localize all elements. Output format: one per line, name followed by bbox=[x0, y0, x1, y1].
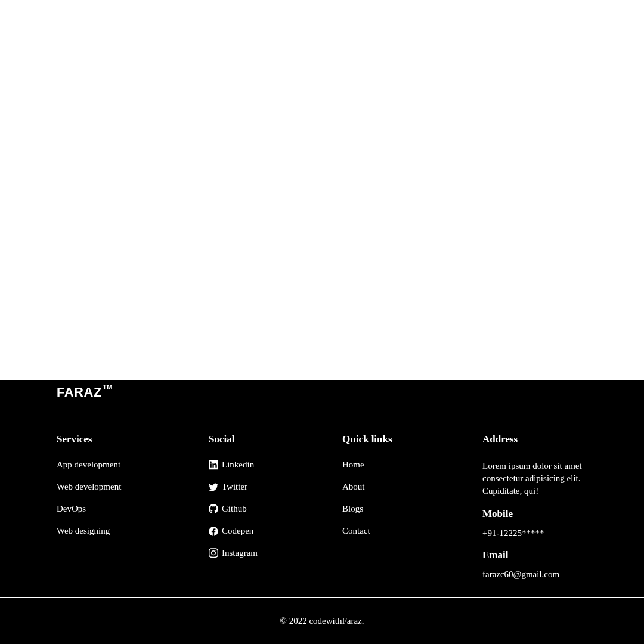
link-label: DevOps bbox=[57, 504, 86, 514]
link-label: Twitter bbox=[222, 482, 247, 492]
social-link-linkedin[interactable]: Linkedin bbox=[209, 460, 342, 470]
footer: FARAZ TM Services App development Web de… bbox=[0, 380, 644, 597]
link-label: Codepen bbox=[222, 526, 253, 536]
brand-logo: FARAZ TM bbox=[57, 380, 102, 400]
instagram-icon bbox=[209, 549, 218, 558]
link-label: Instagram bbox=[222, 548, 258, 558]
quicklink-home[interactable]: Home bbox=[342, 460, 482, 470]
service-link-devops[interactable]: DevOps bbox=[57, 504, 209, 514]
link-label: Linkedin bbox=[222, 460, 254, 470]
footer-col-services: Services App development Web development… bbox=[57, 434, 209, 580]
brand-name: FARAZ bbox=[57, 385, 102, 400]
quicklinks-heading: Quick links bbox=[342, 434, 482, 445]
mobile-value: +91-12225***** bbox=[482, 528, 587, 538]
footer-col-quicklinks: Quick links Home About Blogs Contact bbox=[342, 434, 482, 580]
linkedin-icon bbox=[209, 460, 218, 470]
service-link-app-development[interactable]: App development bbox=[57, 460, 209, 470]
mobile-heading: Mobile bbox=[482, 508, 587, 520]
social-link-instagram[interactable]: Instagram bbox=[209, 548, 342, 558]
service-link-web-development[interactable]: Web development bbox=[57, 482, 209, 492]
link-label: Contact bbox=[342, 526, 370, 536]
service-link-web-designing[interactable]: Web designing bbox=[57, 526, 209, 536]
github-icon bbox=[209, 504, 218, 514]
social-link-codepen[interactable]: Codepen bbox=[209, 526, 342, 536]
link-label: About bbox=[342, 482, 365, 492]
link-label: Home bbox=[342, 460, 364, 470]
email-value[interactable]: farazc60@gmail.com bbox=[482, 569, 587, 580]
address-heading: Address bbox=[482, 434, 587, 445]
address-text: Lorem ipsum dolor sit amet consectetur a… bbox=[482, 460, 587, 497]
quicklink-about[interactable]: About bbox=[342, 482, 482, 492]
brand-tm: TM bbox=[103, 383, 113, 391]
services-heading: Services bbox=[57, 434, 209, 445]
footer-col-address: Address Lorem ipsum dolor sit amet conse… bbox=[482, 434, 587, 580]
social-heading: Social bbox=[209, 434, 342, 445]
social-link-github[interactable]: Github bbox=[209, 504, 342, 514]
social-link-twitter[interactable]: Twitter bbox=[209, 482, 342, 492]
link-label: Github bbox=[222, 504, 247, 514]
link-label: Web development bbox=[57, 482, 121, 492]
copyright: © 2022 codewithFaraz. bbox=[0, 598, 644, 644]
footer-col-social: Social Linkedin Twitter Github bbox=[209, 434, 342, 580]
email-heading: Email bbox=[482, 549, 587, 561]
link-label: App development bbox=[57, 460, 120, 470]
copyright-text: © 2022 codewithFaraz. bbox=[280, 616, 364, 626]
twitter-icon bbox=[209, 482, 218, 492]
quicklink-contact[interactable]: Contact bbox=[342, 526, 482, 536]
link-label: Blogs bbox=[342, 504, 363, 514]
link-label: Web designing bbox=[57, 526, 110, 536]
facebook-icon bbox=[209, 527, 218, 536]
quicklink-blogs[interactable]: Blogs bbox=[342, 504, 482, 514]
